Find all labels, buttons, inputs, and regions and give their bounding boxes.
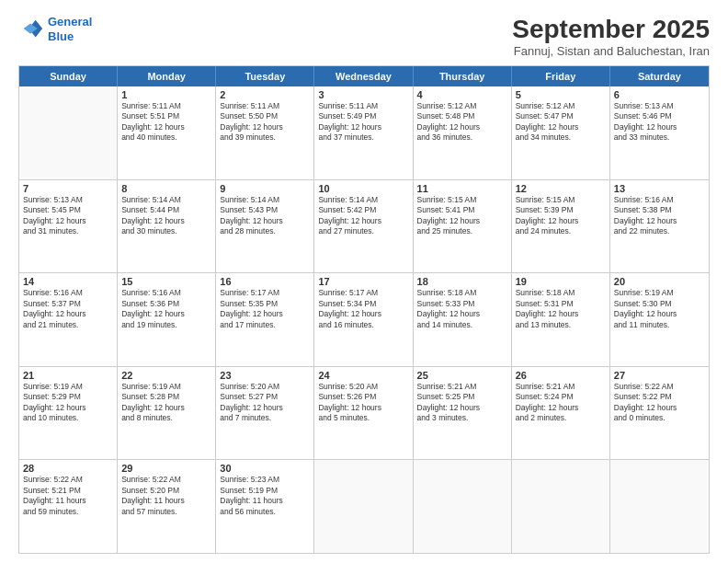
header-monday: Monday	[118, 66, 216, 86]
cell-info-12: Sunrise: 5:15 AM Sunset: 5:39 PM Dayligh…	[516, 195, 606, 237]
cell-1-5: 12Sunrise: 5:15 AM Sunset: 5:39 PM Dayli…	[512, 180, 610, 273]
day-number-21: 21	[23, 370, 113, 381]
day-number-19: 19	[516, 276, 606, 287]
day-number-4: 4	[417, 89, 507, 100]
cell-info-17: Sunrise: 5:17 AM Sunset: 5:34 PM Dayligh…	[318, 288, 408, 330]
cell-1-4: 11Sunrise: 5:15 AM Sunset: 5:41 PM Dayli…	[414, 180, 512, 273]
day-number-3: 3	[318, 89, 408, 100]
calendar-header: Sunday Monday Tuesday Wednesday Thursday…	[19, 66, 709, 86]
cell-info-6: Sunrise: 5:13 AM Sunset: 5:46 PM Dayligh…	[614, 101, 705, 144]
day-number-28: 28	[23, 463, 113, 474]
header-friday: Friday	[512, 66, 610, 86]
day-number-24: 24	[318, 370, 408, 381]
subtitle: Fannuj, Sistan and Baluchestan, Iran	[512, 44, 710, 58]
logo-line1: General	[48, 15, 92, 29]
logo-text: General Blue	[48, 15, 92, 43]
day-number-2: 2	[220, 89, 310, 100]
page: General Blue September 2025 Fannuj, Sist…	[0, 0, 728, 563]
cell-info-4: Sunrise: 5:12 AM Sunset: 5:48 PM Dayligh…	[417, 101, 507, 144]
day-number-14: 14	[23, 276, 113, 287]
calendar: Sunday Monday Tuesday Wednesday Thursday…	[18, 65, 710, 554]
day-number-12: 12	[516, 183, 606, 194]
logo: General Blue	[18, 15, 92, 43]
day-number-11: 11	[417, 183, 507, 194]
day-number-16: 16	[220, 276, 310, 287]
cell-1-6: 13Sunrise: 5:16 AM Sunset: 5:38 PM Dayli…	[610, 180, 709, 273]
cell-info-23: Sunrise: 5:20 AM Sunset: 5:27 PM Dayligh…	[220, 382, 310, 424]
month-title: September 2025	[512, 15, 710, 44]
cell-info-3: Sunrise: 5:11 AM Sunset: 5:49 PM Dayligh…	[318, 101, 408, 144]
cell-2-5: 19Sunrise: 5:18 AM Sunset: 5:31 PM Dayli…	[512, 273, 610, 366]
cell-3-4: 25Sunrise: 5:21 AM Sunset: 5:25 PM Dayli…	[414, 367, 512, 460]
week-row-4: 28Sunrise: 5:22 AM Sunset: 5:21 PM Dayli…	[19, 460, 709, 553]
cell-4-6	[610, 460, 709, 553]
day-number-17: 17	[318, 276, 408, 287]
cell-info-20: Sunrise: 5:19 AM Sunset: 5:30 PM Dayligh…	[614, 288, 705, 330]
header-sunday: Sunday	[19, 66, 118, 86]
cell-info-22: Sunrise: 5:19 AM Sunset: 5:28 PM Dayligh…	[121, 382, 211, 424]
header-saturday: Saturday	[610, 66, 709, 86]
cell-3-0: 21Sunrise: 5:19 AM Sunset: 5:29 PM Dayli…	[19, 367, 118, 460]
day-number-27: 27	[614, 370, 705, 381]
calendar-body: 1Sunrise: 5:11 AM Sunset: 5:51 PM Daylig…	[19, 86, 709, 553]
cell-info-26: Sunrise: 5:21 AM Sunset: 5:24 PM Dayligh…	[516, 382, 606, 424]
cell-2-2: 16Sunrise: 5:17 AM Sunset: 5:35 PM Dayli…	[216, 273, 314, 366]
cell-3-1: 22Sunrise: 5:19 AM Sunset: 5:28 PM Dayli…	[118, 367, 216, 460]
cell-info-27: Sunrise: 5:22 AM Sunset: 5:22 PM Dayligh…	[614, 382, 705, 424]
day-number-15: 15	[121, 276, 211, 287]
cell-4-3	[314, 460, 413, 553]
cell-info-25: Sunrise: 5:21 AM Sunset: 5:25 PM Dayligh…	[417, 382, 507, 424]
cell-4-1: 29Sunrise: 5:22 AM Sunset: 5:20 PM Dayli…	[118, 460, 216, 553]
day-number-8: 8	[121, 183, 211, 194]
header-wednesday: Wednesday	[314, 66, 413, 86]
cell-3-6: 27Sunrise: 5:22 AM Sunset: 5:22 PM Dayli…	[610, 367, 709, 460]
cell-info-10: Sunrise: 5:14 AM Sunset: 5:42 PM Dayligh…	[318, 195, 408, 237]
day-number-23: 23	[220, 370, 310, 381]
cell-0-5: 5Sunrise: 5:12 AM Sunset: 5:47 PM Daylig…	[512, 86, 610, 179]
day-number-18: 18	[417, 276, 507, 287]
header-thursday: Thursday	[414, 66, 512, 86]
cell-2-3: 17Sunrise: 5:17 AM Sunset: 5:34 PM Dayli…	[314, 273, 413, 366]
cell-info-19: Sunrise: 5:18 AM Sunset: 5:31 PM Dayligh…	[516, 288, 606, 330]
day-number-25: 25	[417, 370, 507, 381]
cell-info-13: Sunrise: 5:16 AM Sunset: 5:38 PM Dayligh…	[614, 195, 705, 237]
cell-4-5	[512, 460, 610, 553]
header: General Blue September 2025 Fannuj, Sist…	[18, 15, 710, 58]
cell-4-4	[414, 460, 512, 553]
cell-info-14: Sunrise: 5:16 AM Sunset: 5:37 PM Dayligh…	[23, 288, 113, 330]
cell-3-2: 23Sunrise: 5:20 AM Sunset: 5:27 PM Dayli…	[216, 367, 314, 460]
day-number-5: 5	[516, 89, 606, 100]
title-area: September 2025 Fannuj, Sistan and Baluch…	[512, 15, 710, 58]
cell-0-1: 1Sunrise: 5:11 AM Sunset: 5:51 PM Daylig…	[118, 86, 216, 179]
day-number-6: 6	[614, 89, 705, 100]
cell-0-2: 2Sunrise: 5:11 AM Sunset: 5:50 PM Daylig…	[216, 86, 314, 179]
cell-0-3: 3Sunrise: 5:11 AM Sunset: 5:49 PM Daylig…	[314, 86, 413, 179]
cell-info-16: Sunrise: 5:17 AM Sunset: 5:35 PM Dayligh…	[220, 288, 310, 330]
cell-0-6: 6Sunrise: 5:13 AM Sunset: 5:46 PM Daylig…	[610, 86, 709, 179]
cell-info-1: Sunrise: 5:11 AM Sunset: 5:51 PM Dayligh…	[121, 101, 211, 144]
logo-line2: Blue	[48, 29, 74, 43]
cell-2-0: 14Sunrise: 5:16 AM Sunset: 5:37 PM Dayli…	[19, 273, 118, 366]
day-number-22: 22	[121, 370, 211, 381]
cell-info-7: Sunrise: 5:13 AM Sunset: 5:45 PM Dayligh…	[23, 195, 113, 237]
cell-1-1: 8Sunrise: 5:14 AM Sunset: 5:44 PM Daylig…	[118, 180, 216, 273]
day-number-30: 30	[220, 463, 310, 474]
cell-info-28: Sunrise: 5:22 AM Sunset: 5:21 PM Dayligh…	[23, 475, 113, 517]
cell-info-29: Sunrise: 5:22 AM Sunset: 5:20 PM Dayligh…	[121, 475, 211, 517]
cell-3-3: 24Sunrise: 5:20 AM Sunset: 5:26 PM Dayli…	[314, 367, 413, 460]
cell-1-2: 9Sunrise: 5:14 AM Sunset: 5:43 PM Daylig…	[216, 180, 314, 273]
week-row-3: 21Sunrise: 5:19 AM Sunset: 5:29 PM Dayli…	[19, 367, 709, 461]
cell-info-9: Sunrise: 5:14 AM Sunset: 5:43 PM Dayligh…	[220, 195, 310, 237]
cell-0-0	[19, 86, 118, 179]
day-number-13: 13	[614, 183, 705, 194]
day-number-26: 26	[516, 370, 606, 381]
cell-info-8: Sunrise: 5:14 AM Sunset: 5:44 PM Dayligh…	[121, 195, 211, 237]
cell-info-5: Sunrise: 5:12 AM Sunset: 5:47 PM Dayligh…	[516, 101, 606, 144]
cell-info-18: Sunrise: 5:18 AM Sunset: 5:33 PM Dayligh…	[417, 288, 507, 330]
cell-1-0: 7Sunrise: 5:13 AM Sunset: 5:45 PM Daylig…	[19, 180, 118, 273]
cell-4-2: 30Sunrise: 5:23 AM Sunset: 5:19 PM Dayli…	[216, 460, 314, 553]
cell-0-4: 4Sunrise: 5:12 AM Sunset: 5:48 PM Daylig…	[414, 86, 512, 179]
day-number-9: 9	[220, 183, 310, 194]
cell-2-4: 18Sunrise: 5:18 AM Sunset: 5:33 PM Dayli…	[414, 273, 512, 366]
day-number-10: 10	[318, 183, 408, 194]
